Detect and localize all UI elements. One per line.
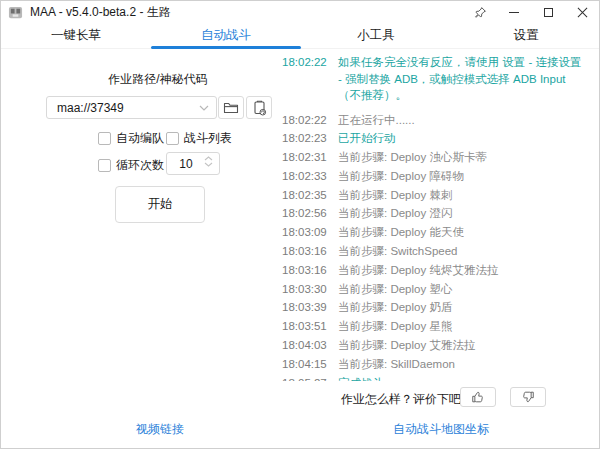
tab-copilot[interactable]: 自动战斗 <box>151 23 301 48</box>
feedback-prompt: 作业怎么样？评价下吧！ <box>341 391 473 408</box>
log-message: 当前步骤: Deploy 澄闪 <box>338 204 586 223</box>
log-entry: 18:02:56当前步骤: Deploy 澄闪 <box>282 204 586 223</box>
log-entry: 18:03:09当前步骤: Deploy 能天使 <box>282 223 586 242</box>
log-entry: 18:03:30当前步骤: Deploy 塑心 <box>282 280 586 299</box>
pin-button[interactable] <box>463 1 497 23</box>
window-title: MAA - v5.4.0-beta.2 - 生路 <box>30 4 171 21</box>
thumbs-down-icon <box>521 390 535 404</box>
log-message: 正在运行中...... <box>338 111 586 130</box>
loop-times-option: 循环次数 <box>98 157 164 174</box>
tab-bar: 一键长草 自动战斗 小工具 设置 <box>1 23 600 49</box>
map-coordinates-link[interactable]: 自动战斗地图坐标 <box>381 421 501 438</box>
log-timestamp: 18:03:16 <box>282 261 328 280</box>
auto-squad-label: 自动编队 <box>116 130 164 147</box>
folder-icon <box>223 101 239 115</box>
log-message: 当前步骤: Deploy 棘刺 <box>338 186 586 205</box>
log-timestamp: 18:03:30 <box>282 280 328 299</box>
pin-icon <box>474 6 487 19</box>
log-entry: 18:02:22正在运行中...... <box>282 111 586 130</box>
loop-times-checkbox[interactable] <box>98 159 111 172</box>
thumbs-up-icon <box>471 390 485 404</box>
log-message: 已开始行动 <box>338 129 586 148</box>
tab-tools[interactable]: 小工具 <box>301 23 451 48</box>
log-timestamp: 18:02:22 <box>282 111 328 130</box>
log-timestamp: 18:02:33 <box>282 167 328 186</box>
log-entry: 18:02:31当前步骤: Deploy 浊心斯卡蒂 <box>282 148 586 167</box>
maa-window: MAA - v5.4.0-beta.2 - 生路 一键长草 自动战斗 小 <box>0 0 600 449</box>
loop-times-label: 循环次数 <box>116 157 164 174</box>
clipboard-import-icon <box>252 100 267 116</box>
battle-list-label: 战斗列表 <box>184 130 232 147</box>
titlebar: MAA - v5.4.0-beta.2 - 生路 <box>1 1 599 23</box>
titlebar-controls <box>463 1 599 23</box>
log-timestamp: 18:03:16 <box>282 242 328 261</box>
open-file-button[interactable] <box>218 96 244 119</box>
log-message: 当前步骤: Deploy 纯烬艾雅法拉 <box>338 261 586 280</box>
maximize-icon <box>544 8 553 17</box>
log-message: 当前步骤: Deploy 艾雅法拉 <box>338 336 586 355</box>
log-message: 当前步骤: Deploy 星熊 <box>338 317 586 336</box>
loop-count-stepper[interactable] <box>166 152 220 175</box>
log-timestamp: 18:02:35 <box>282 186 328 205</box>
log-entry: 18:05:27完成战斗 <box>282 374 586 381</box>
log-message: 当前步骤: Deploy 奶盾 <box>338 298 586 317</box>
close-icon <box>577 7 588 18</box>
video-link[interactable]: 视频链接 <box>110 421 210 438</box>
battle-list-checkbox[interactable] <box>166 132 179 145</box>
chevron-down-icon[interactable] <box>199 105 209 111</box>
app-logo-icon <box>8 5 23 20</box>
tab-settings[interactable]: 设置 <box>451 23 600 48</box>
log-entry: 18:03:51当前步骤: Deploy 星熊 <box>282 317 586 336</box>
log-list: 18:02:22如果任务完全没有反应，请使用 设置 - 连接设置 - 强制替换 … <box>282 51 586 381</box>
log-message: 完成战斗 <box>338 374 586 381</box>
log-timestamp: 18:04:03 <box>282 336 328 355</box>
log-message: 当前步骤: Deploy 能天使 <box>338 223 586 242</box>
minimize-button[interactable] <box>497 1 531 23</box>
log-timestamp: 18:02:56 <box>282 204 328 223</box>
log-message: 当前步骤: Deploy 浊心斯卡蒂 <box>338 148 586 167</box>
log-message: 当前步骤: Deploy 塑心 <box>338 280 586 299</box>
log-message: 当前步骤: SwitchSpeed <box>338 242 586 261</box>
log-timestamp: 18:02:31 <box>282 148 328 167</box>
log-entry: 18:03:39当前步骤: Deploy 奶盾 <box>282 298 586 317</box>
log-timestamp: 18:04:15 <box>282 355 328 374</box>
battle-list-option: 战斗列表 <box>166 130 232 147</box>
log-entry: 18:03:16当前步骤: Deploy 纯烬艾雅法拉 <box>282 261 586 280</box>
copilot-path-heading: 作业路径/神秘代码 <box>58 71 258 88</box>
minimize-icon <box>509 12 519 13</box>
thumbs-up-button[interactable] <box>460 387 496 407</box>
log-message: 当前步骤: Deploy 障碍物 <box>338 167 586 186</box>
log-entry: 18:04:03当前步骤: Deploy 艾雅法拉 <box>282 336 586 355</box>
log-entry: 18:02:35当前步骤: Deploy 棘刺 <box>282 186 586 205</box>
log-timestamp: 18:03:39 <box>282 298 328 317</box>
maximize-button[interactable] <box>531 1 565 23</box>
log-timestamp: 18:03:09 <box>282 223 328 242</box>
thumbs-down-button[interactable] <box>510 387 546 407</box>
copilot-path-combobox[interactable] <box>46 96 217 119</box>
import-from-clipboard-button[interactable] <box>246 96 272 119</box>
auto-squad-option: 自动编队 <box>98 130 164 147</box>
log-message: 如果任务完全没有反应，请使用 设置 - 连接设置 - 强制替换 ADB，或触控模… <box>338 54 586 104</box>
auto-squad-checkbox[interactable] <box>98 132 111 145</box>
log-entry: 18:02:22如果任务完全没有反应，请使用 设置 - 连接设置 - 强制替换 … <box>282 54 586 111</box>
log-timestamp: 18:02:22 <box>282 54 328 71</box>
close-button[interactable] <box>565 1 599 23</box>
tab-farming[interactable]: 一键长草 <box>1 23 151 48</box>
log-timestamp: 18:03:51 <box>282 317 328 336</box>
log-message: 当前步骤: SkillDaemon <box>338 355 586 374</box>
log-entry: 18:03:16当前步骤: SwitchSpeed <box>282 242 586 261</box>
log-timestamp: 18:05:27 <box>282 374 328 381</box>
stepper-arrows-icon[interactable] <box>204 156 213 167</box>
start-button[interactable]: 开始 <box>115 186 205 223</box>
log-timestamp: 18:02:23 <box>282 129 328 148</box>
log-entry: 18:02:23已开始行动 <box>282 129 586 148</box>
log-entry: 18:02:33当前步骤: Deploy 障碍物 <box>282 167 586 186</box>
log-entry: 18:04:15当前步骤: SkillDaemon <box>282 355 586 374</box>
copilot-path-input[interactable] <box>47 101 199 115</box>
